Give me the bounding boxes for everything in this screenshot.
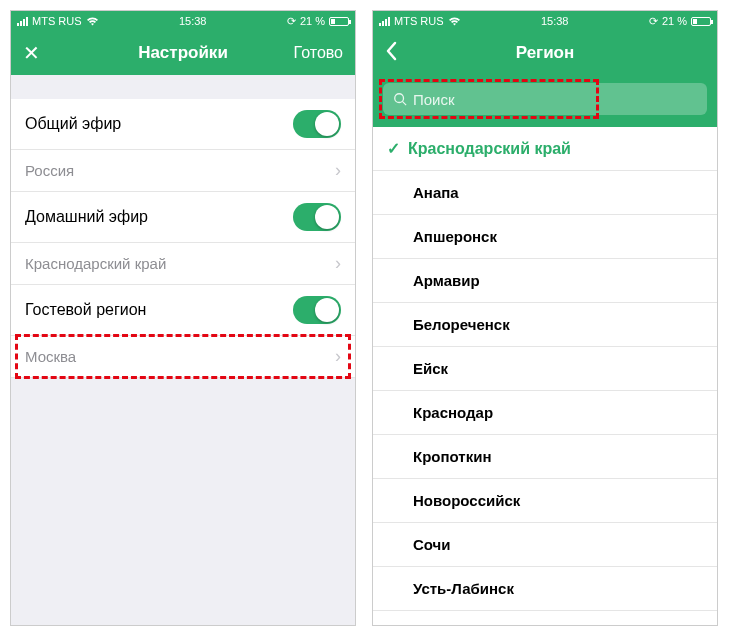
- chevron-right-icon: ›: [335, 160, 341, 181]
- phone-settings: MTS RUS 15:38 ⟳ 21 % ✕ Настройки Готово …: [10, 10, 356, 626]
- close-button[interactable]: ✕: [23, 41, 40, 65]
- city-label: Новороссийск: [413, 492, 520, 509]
- list-item[interactable]: Белореченск: [373, 303, 717, 347]
- toggle-home-air[interactable]: [293, 203, 341, 231]
- settings-content: Общий эфир Россия › Домашний эфир Красно…: [11, 75, 355, 625]
- svg-line-1: [403, 102, 407, 106]
- status-bar: MTS RUS 15:38 ⟳ 21 %: [11, 11, 355, 31]
- region-label: Красноярский край: [387, 624, 531, 625]
- chevron-right-icon: ›: [335, 346, 341, 367]
- city-label: Белореченск: [413, 316, 510, 333]
- row-home-air-value[interactable]: Краснодарский край ›: [11, 243, 355, 285]
- search-icon: [393, 92, 407, 106]
- clock: 15:38: [541, 15, 569, 27]
- region-list[interactable]: ✓ Краснодарский край Анапа Апшеронск Арм…: [373, 127, 717, 625]
- signal-icon: [379, 17, 390, 26]
- selected-region-label: Краснодарский край: [408, 140, 571, 158]
- status-bar: MTS RUS 15:38 ⟳ 21 %: [373, 11, 717, 31]
- selected-region[interactable]: ✓ Краснодарский край: [373, 127, 717, 171]
- battery-orientation-icon: ⟳: [649, 15, 658, 28]
- navbar: ✕ Настройки Готово: [11, 31, 355, 75]
- label-home-air: Домашний эфир: [25, 208, 148, 226]
- value-common-air: Россия: [25, 162, 74, 179]
- row-guest-region-value[interactable]: Москва ›: [11, 336, 355, 378]
- battery-orientation-icon: ⟳: [287, 15, 296, 28]
- chevron-right-icon: ›: [335, 253, 341, 274]
- city-label: Кропоткин: [413, 448, 491, 465]
- city-label: Армавир: [413, 272, 480, 289]
- search-placeholder: Поиск: [413, 91, 455, 108]
- list-item[interactable]: Армавир: [373, 259, 717, 303]
- list-item[interactable]: Усть-Лабинск: [373, 567, 717, 611]
- list-item[interactable]: Краснодар: [373, 391, 717, 435]
- signal-icon: [17, 17, 28, 26]
- wifi-icon: [448, 16, 461, 26]
- chevron-left-icon: [385, 41, 397, 61]
- checkmark-icon: ✓: [387, 139, 400, 158]
- list-item[interactable]: Сочи: [373, 523, 717, 567]
- battery-pct: 21 %: [300, 15, 325, 27]
- carrier-label: MTS RUS: [32, 15, 82, 27]
- value-guest-region: Москва: [25, 348, 76, 365]
- list-item[interactable]: Апшеронск: [373, 215, 717, 259]
- city-label: Анапа: [413, 184, 459, 201]
- row-guest-region: Гостевой регион: [11, 285, 355, 336]
- wifi-icon: [86, 16, 99, 26]
- value-home-air: Краснодарский край: [25, 255, 166, 272]
- search-wrap: Поиск: [373, 75, 717, 127]
- row-home-air: Домашний эфир: [11, 192, 355, 243]
- label-guest-region: Гостевой регион: [25, 301, 146, 319]
- next-region[interactable]: Красноярский край: [373, 611, 717, 625]
- clock: 15:38: [179, 15, 207, 27]
- phone-region: MTS RUS 15:38 ⟳ 21 % Регион Поиск ✓ Крас…: [372, 10, 718, 626]
- list-item[interactable]: Новороссийск: [373, 479, 717, 523]
- carrier-label: MTS RUS: [394, 15, 444, 27]
- list-item[interactable]: Ейск: [373, 347, 717, 391]
- city-label: Сочи: [413, 536, 451, 553]
- row-common-air-value[interactable]: Россия ›: [11, 150, 355, 192]
- navbar: Регион: [373, 31, 717, 75]
- city-label: Апшеронск: [413, 228, 497, 245]
- svg-point-0: [395, 94, 404, 103]
- battery-icon: [691, 17, 711, 26]
- back-button[interactable]: [385, 41, 397, 65]
- city-label: Краснодар: [413, 404, 493, 421]
- toggle-common-air[interactable]: [293, 110, 341, 138]
- list-item[interactable]: Анапа: [373, 171, 717, 215]
- city-label: Ейск: [413, 360, 448, 377]
- search-input[interactable]: Поиск: [383, 83, 707, 115]
- battery-icon: [329, 17, 349, 26]
- page-title: Регион: [373, 43, 717, 63]
- battery-pct: 21 %: [662, 15, 687, 27]
- list-item[interactable]: Кропоткин: [373, 435, 717, 479]
- done-button[interactable]: Готово: [294, 44, 343, 62]
- label-common-air: Общий эфир: [25, 115, 121, 133]
- city-label: Усть-Лабинск: [413, 580, 514, 597]
- toggle-guest-region[interactable]: [293, 296, 341, 324]
- row-common-air: Общий эфир: [11, 99, 355, 150]
